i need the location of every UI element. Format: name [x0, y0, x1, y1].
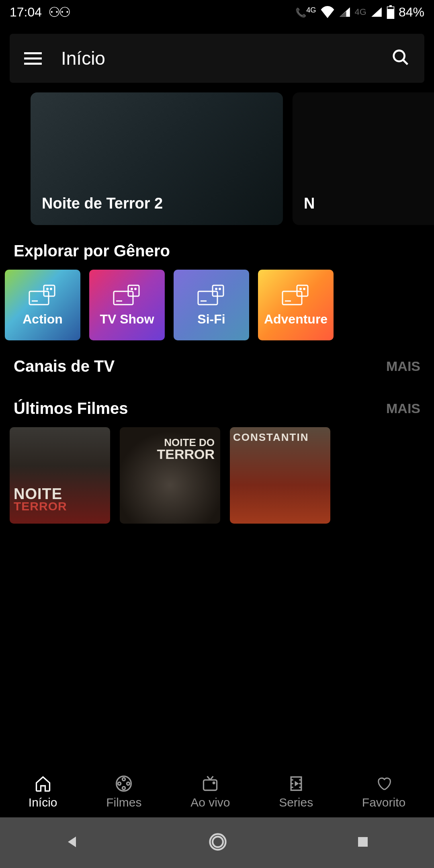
channels-more-button[interactable]: MAIS: [386, 358, 420, 374]
movie-poster[interactable]: CONSTANTIN: [230, 427, 330, 524]
back-button[interactable]: [64, 834, 80, 852]
svg-point-28: [123, 786, 125, 789]
svg-rect-10: [114, 291, 133, 305]
network-type-dim: 4G: [355, 7, 366, 17]
film-strip-icon: [287, 775, 305, 792]
poster-title: NOITE DO TERROR: [157, 438, 215, 461]
bottom-nav: Início Filmes Ao vivo Series Favorito: [0, 767, 434, 817]
nav-label: Início: [29, 796, 57, 809]
svg-rect-43: [358, 837, 368, 847]
poster-row[interactable]: NOITE TERROR NOITE DO TERROR CONSTANTIN: [0, 427, 434, 524]
svg-point-25: [117, 776, 131, 791]
svg-point-7: [47, 288, 48, 289]
signal-icon-2: [371, 6, 383, 18]
svg-point-8: [51, 288, 52, 289]
channels-title: Canais de TV: [14, 357, 115, 375]
svg-point-42: [213, 837, 223, 847]
folder-icon: [113, 284, 141, 306]
nav-series[interactable]: Series: [279, 775, 313, 809]
genre-tile-adventure[interactable]: Adventure: [258, 270, 334, 340]
nav-home[interactable]: Início: [29, 775, 57, 809]
svg-rect-15: [198, 291, 217, 305]
svg-rect-2: [387, 7, 393, 9]
search-button[interactable]: [391, 48, 410, 68]
home-button[interactable]: [207, 831, 228, 854]
folder-icon: [28, 284, 57, 306]
svg-rect-30: [204, 780, 217, 790]
voicemail-icon: ⚇⚇: [48, 4, 69, 20]
svg-point-3: [394, 51, 405, 61]
triangle-back-icon: [64, 834, 80, 850]
movie-poster[interactable]: NOITE DO TERROR: [120, 427, 220, 524]
genre-row[interactable]: Action TV Show Si-Fi Adventure: [0, 270, 434, 340]
circle-home-icon: [207, 831, 228, 852]
genre-label: Action: [23, 312, 63, 327]
nav-live[interactable]: Ao vivo: [190, 775, 230, 809]
svg-point-13: [135, 288, 136, 289]
square-recents-icon: [356, 835, 370, 849]
genre-tile-sifi[interactable]: Si-Fi: [174, 270, 249, 340]
svg-point-18: [219, 288, 221, 289]
svg-rect-5: [29, 291, 49, 305]
menu-button[interactable]: [24, 52, 42, 65]
nav-label: Ao vivo: [190, 796, 230, 809]
nav-label: Filmes: [106, 796, 141, 809]
genre-label: TV Show: [100, 312, 154, 327]
battery-icon: [387, 5, 395, 19]
featured-card[interactable]: Noite de Terror 2: [31, 92, 283, 225]
signal-icon: [339, 6, 351, 18]
poster-title: NOITE TERROR: [14, 487, 67, 512]
genre-label: Si-Fi: [197, 312, 225, 327]
poster-title: CONSTANTIN: [233, 431, 309, 444]
latest-title: Últimos Filmes: [14, 399, 128, 418]
featured-card[interactable]: N: [293, 92, 434, 225]
folder-icon: [281, 284, 310, 306]
home-icon: [34, 775, 52, 792]
svg-point-26: [123, 778, 125, 780]
tv-icon: [201, 775, 219, 792]
phone-4g-icon: 📞4G: [295, 6, 316, 18]
featured-carousel[interactable]: Noite de Terror 2 N: [0, 92, 434, 225]
system-nav-bar: [0, 817, 434, 868]
folder-icon: [197, 284, 226, 306]
genre-tile-tvshow[interactable]: TV Show: [89, 270, 165, 340]
svg-point-27: [127, 782, 130, 785]
film-reel-icon: [115, 775, 133, 792]
genre-section-title: Explorar por Gênero: [14, 242, 170, 260]
battery-percent: 84%: [399, 5, 424, 20]
svg-point-22: [300, 288, 301, 289]
svg-point-17: [216, 288, 217, 289]
svg-point-33: [213, 782, 215, 784]
nav-label: Series: [279, 796, 313, 809]
nav-movies[interactable]: Filmes: [106, 775, 141, 809]
status-bar: 17:04 ⚇⚇ 📞4G 4G 84%: [0, 0, 434, 24]
latest-more-button[interactable]: MAIS: [386, 401, 420, 416]
svg-line-4: [403, 60, 408, 65]
svg-point-12: [131, 288, 133, 289]
search-icon: [391, 48, 410, 67]
page-title: Início: [61, 47, 391, 69]
svg-point-23: [304, 288, 305, 289]
genre-tile-action[interactable]: Action: [5, 270, 80, 340]
svg-rect-0: [389, 5, 392, 6]
genre-label: Adventure: [264, 312, 328, 327]
wifi-icon: [320, 6, 335, 18]
heart-icon: [375, 775, 393, 792]
movie-poster[interactable]: NOITE TERROR: [10, 427, 110, 524]
featured-title: N: [304, 195, 315, 212]
nav-favorite[interactable]: Favorito: [362, 775, 405, 809]
svg-rect-20: [283, 291, 302, 305]
app-bar: Início: [10, 34, 424, 83]
recents-button[interactable]: [356, 835, 370, 851]
nav-label: Favorito: [362, 796, 405, 809]
svg-point-29: [118, 782, 121, 785]
status-time: 17:04: [10, 5, 42, 20]
featured-title: Noite de Terror 2: [42, 195, 163, 212]
